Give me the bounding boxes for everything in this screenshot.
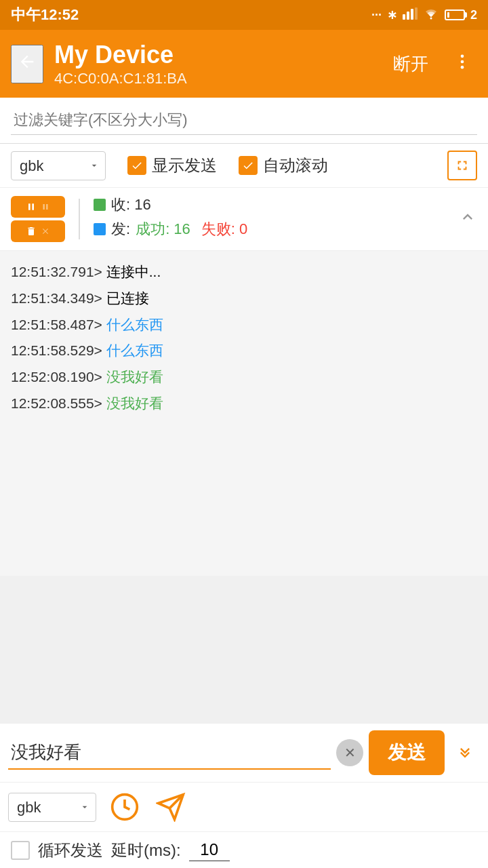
log-timestamp: 12:51:58.487> (11, 317, 106, 332)
svg-rect-0 (403, 14, 405, 20)
loop-row: 循环发送 延时(ms): (0, 832, 488, 868)
log-entry: 12:51:58.529> 什么东西 (11, 338, 477, 364)
toolbar: My Device 4C:C0:0A:C1:81:BA 断开 (0, 30, 488, 98)
stats-buttons (11, 196, 65, 242)
log-message: 连接中... (106, 264, 161, 279)
more-menu-button[interactable] (447, 47, 477, 81)
input-row: ✕ 发送 (0, 724, 488, 783)
clear-input-button[interactable]: ✕ (336, 739, 363, 766)
log-entry: 12:52:08.555> 没我好看 (11, 391, 477, 417)
show-send-label: 显示发送 (152, 155, 217, 176)
svg-rect-1 (407, 12, 409, 20)
log-entry: 12:52:08.190> 没我好看 (11, 364, 477, 391)
pause-button[interactable] (11, 196, 65, 218)
svg-rect-3 (415, 7, 418, 20)
show-send-group: 显示发送 (127, 155, 217, 176)
battery-level: 2 (470, 8, 477, 22)
send-icon-button[interactable] (153, 789, 188, 825)
log-entry: 12:51:58.487> 什么东西 (11, 312, 477, 338)
device-title: My Device (54, 40, 374, 69)
toolbar-title-block: My Device 4C:C0:0A:C1:81:BA (54, 40, 374, 87)
send-stat: 发: 成功: 16 失败: 0 (94, 219, 450, 239)
message-input[interactable] (8, 736, 331, 770)
stats-divider (79, 199, 80, 239)
log-entry: 12:51:32.791> 连接中... (11, 259, 477, 285)
device-address: 4C:C0:0A:C1:81:BA (54, 70, 374, 87)
clear-log-button[interactable] (11, 220, 65, 242)
log-timestamp: 12:52:08.190> (11, 369, 106, 384)
svg-point-6 (461, 60, 464, 63)
show-send-checkbox[interactable] (127, 156, 146, 175)
battery-icon (445, 9, 465, 20)
back-button[interactable] (11, 45, 43, 83)
loop-send-label: 循环发送 (38, 840, 103, 861)
wifi-icon (423, 7, 439, 23)
recv-dot (94, 199, 106, 211)
send-button[interactable]: 发送 (369, 730, 445, 775)
collapse-stats-button[interactable] (458, 208, 477, 231)
delay-input[interactable] (189, 839, 230, 861)
fullscreen-button[interactable] (447, 151, 477, 180)
send-success: 成功: 16 (136, 219, 190, 239)
loop-send-checkbox[interactable] (11, 841, 30, 860)
stats-row: 收: 16 发: 成功: 16 失败: 0 (0, 188, 488, 251)
auto-scroll-label: 自动滚动 (263, 155, 328, 176)
disconnect-button[interactable]: 断开 (385, 47, 436, 81)
log-message: 什么东西 (106, 342, 163, 358)
send-fail: 失败: 0 (201, 219, 247, 239)
log-entry: 12:51:34.349> 已连接 (11, 285, 477, 312)
log-timestamp: 12:51:32.791> (11, 264, 106, 279)
controls-row: gbk utf-8 ascii 显示发送 自动滚动 (0, 144, 488, 188)
history-button[interactable] (107, 789, 142, 825)
svg-point-7 (461, 65, 464, 68)
bottom-controls: gbk utf-8 ascii (0, 783, 488, 832)
filter-input[interactable] (11, 106, 477, 135)
log-timestamp: 12:51:34.349> (11, 290, 106, 306)
log-area: 12:51:32.791> 连接中...12:51:34.349> 已连接12:… (0, 251, 488, 576)
filter-bar (0, 98, 488, 144)
status-bar: 中午12:52 ··· ∗ 2 (0, 0, 488, 30)
stats-info: 收: 16 发: 成功: 16 失败: 0 (94, 195, 450, 243)
encoding-select-bottom[interactable]: gbk utf-8 ascii (8, 793, 96, 822)
bluetooth-icon: ∗ (387, 7, 397, 22)
send-dot (94, 223, 106, 235)
recv-count: 收: 16 (111, 195, 151, 215)
auto-scroll-group: 自动滚动 (239, 155, 328, 176)
log-message: 什么东西 (106, 317, 163, 332)
status-icons: ··· ∗ 2 (371, 7, 477, 23)
signal-dots-icon: ··· (371, 8, 382, 22)
send-label: 发: (111, 219, 130, 239)
log-timestamp: 12:51:58.529> (11, 342, 106, 358)
expand-input-button[interactable] (450, 736, 480, 770)
svg-point-5 (461, 54, 464, 58)
encoding-select-top[interactable]: gbk utf-8 ascii (11, 151, 106, 180)
log-message: 没我好看 (106, 395, 163, 411)
log-message: 没我好看 (106, 369, 163, 384)
status-time: 中午12:52 (11, 5, 79, 25)
auto-scroll-checkbox[interactable] (239, 156, 258, 175)
delay-label: 延时(ms): (111, 840, 181, 861)
svg-point-4 (430, 17, 432, 19)
log-message: 已连接 (106, 290, 149, 306)
bottom-section: ✕ 发送 gbk utf-8 ascii (0, 723, 488, 868)
log-timestamp: 12:52:08.555> (11, 395, 106, 411)
svg-rect-2 (411, 9, 413, 20)
recv-stat: 收: 16 (94, 195, 450, 215)
signal-bars-icon (403, 7, 418, 23)
